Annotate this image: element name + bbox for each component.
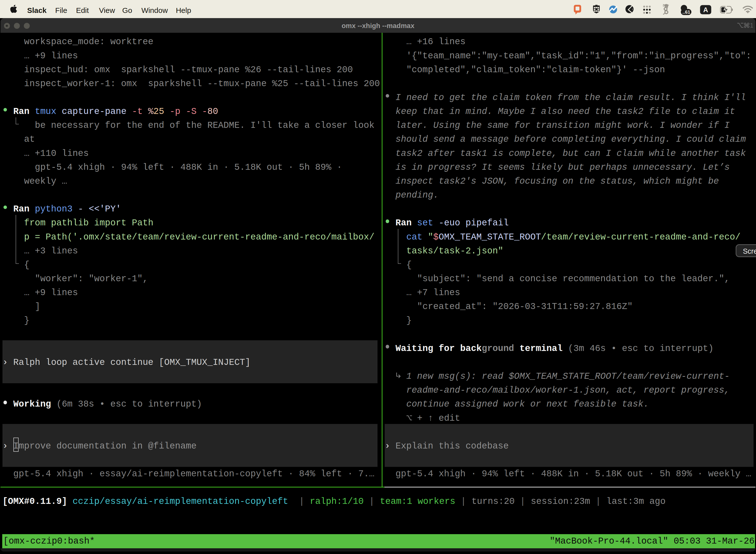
svg-text:A: A bbox=[703, 6, 708, 14]
svg-text:..61: ..61 bbox=[682, 9, 690, 15]
svg-text:1: 1 bbox=[750, 22, 753, 28]
